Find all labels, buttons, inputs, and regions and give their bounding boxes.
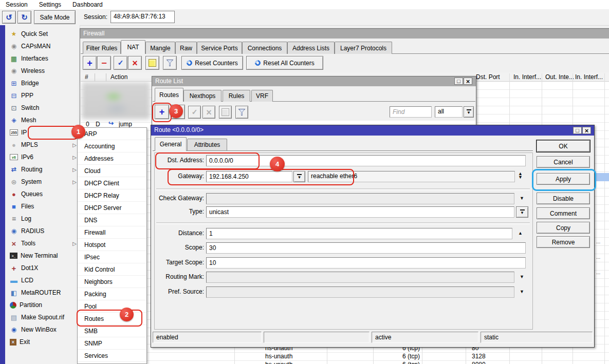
close-button[interactable] [464,78,472,85]
tab-connections[interactable]: Connections [242,42,287,54]
rule-row-chain[interactable]: hs-unauth [265,353,292,360]
sidebar-item-metarouter[interactable]: MetaROUTER [5,286,80,299]
sidebar-item-make-supout[interactable]: Make Supout.rif [5,311,80,323]
submenu-item-dhcp-server[interactable]: DHCP Server [78,202,146,214]
apply-button[interactable]: Apply [537,173,590,185]
submenu-item-arp[interactable]: ARP [78,128,146,140]
sidebar-item-lcd[interactable]: LCD [5,274,80,286]
gateway-input[interactable] [206,171,292,182]
sidebar-item-switch[interactable]: Switch [5,102,80,114]
tab-filter-rules[interactable]: Filter Rules [83,42,121,54]
add-route-button[interactable] [155,105,169,119]
enable-rule-button[interactable] [114,56,127,70]
submenu-item-routes[interactable]: Routes [78,313,146,325]
submenu-item-firewall[interactable]: Firewall [78,226,146,239]
submenu-item-hotspot[interactable]: Hotspot [78,239,146,251]
rule-row-action[interactable]: jump [119,121,132,128]
sidebar-item-quick-set[interactable]: Quick Set [5,28,80,40]
sidebar-item-new-terminal[interactable]: New Terminal [5,250,80,262]
comment-button[interactable]: Comment [537,207,590,219]
submenu-item-dhcp-relay[interactable]: DHCP Relay [78,189,146,202]
sidebar-item-partition[interactable]: Partition [5,299,80,311]
tab-nexthops[interactable]: Nexthops [183,90,222,102]
route-list-titlebar[interactable]: Route List [152,76,476,86]
check-gateway-select[interactable] [206,193,514,204]
submenu-item-addresses[interactable]: Addresses [78,152,146,165]
submenu-item-kid-control[interactable]: Kid Control [78,263,146,276]
rule-row-num[interactable]: 0 [86,121,89,128]
dst-address-input[interactable] [206,155,526,166]
column-header-action[interactable]: Action [110,73,127,81]
column-header-in-interface[interactable]: In. Interf... [513,73,541,81]
tab-address-lists[interactable]: Address Lists [287,42,335,54]
submenu-item-services[interactable]: Services [78,350,146,362]
maximize-button[interactable] [573,127,582,134]
tab-rules[interactable]: Rules [223,90,250,102]
rule-row-protocol[interactable]: 6 (tcp) [402,361,420,364]
sidebar-item-ppp[interactable]: PPP [5,89,80,102]
rule-row-dst-port[interactable]: 3128 [472,353,486,360]
pref-source-select[interactable] [206,286,514,298]
type-input[interactable] [206,206,514,218]
menu-settings[interactable]: Settings [33,0,67,9]
sidebar-item-mpls[interactable]: MPLS [5,139,80,151]
gateway-spinner[interactable]: ▲▼ [518,172,523,179]
sidebar-item-interfaces[interactable]: Interfaces [5,52,80,65]
sidebar-item-ipv6[interactable]: IPv6 [5,151,80,163]
sidebar-item-capsman[interactable]: CAPsMAN [5,40,80,52]
tab-routes[interactable]: Routes [155,88,183,102]
redo-button[interactable]: ↻ [17,11,31,24]
remove-rule-button[interactable] [97,56,111,70]
sidebar-item-log[interactable]: Log [5,213,80,225]
menu-session[interactable]: Session [0,0,33,9]
sidebar-item-routing[interactable]: Routing [5,163,80,176]
submenu-item-dhcp-client[interactable]: DHCP Client [78,177,146,189]
sidebar-item-dot1x[interactable]: Dot1X [5,262,80,274]
disable-route-button[interactable] [202,106,215,119]
reset-counters-button[interactable]: Reset Counters [181,56,243,70]
rule-row-protocol[interactable]: 6 (tcp) [402,353,420,360]
rule-row-flags[interactable]: D [96,121,100,128]
column-header-in-interface-2[interactable]: In. Interf... [575,73,603,81]
tab-vrf[interactable]: VRF [251,90,273,102]
rule-row-dst-port[interactable]: 8080 [472,361,486,364]
sidebar-item-bridge[interactable]: Bridge [5,77,80,89]
maximize-button[interactable] [454,78,463,85]
submenu-item-cloud[interactable]: Cloud [78,165,146,177]
filter-scope-dropdown-button[interactable] [464,106,474,118]
firewall-titlebar[interactable]: Firewall [80,29,609,39]
sidebar-item-system[interactable]: System [5,176,80,188]
submenu-item-pool[interactable]: Pool [78,300,146,313]
scope-input[interactable] [206,242,526,254]
distance-up-icon[interactable]: ▲ [518,231,523,236]
comment-route-button[interactable] [219,106,232,119]
sidebar-item-tools[interactable]: Tools [5,237,80,250]
column-header-num[interactable]: # [85,73,88,81]
dropdown-arrow-icon[interactable]: ▼ [520,290,524,294]
tab-mangle[interactable]: Mangle [145,42,175,54]
sidebar-item-new-winbox[interactable]: New WinBox [5,323,80,336]
tab-general[interactable]: General [155,137,187,151]
sidebar-item-wireless[interactable]: Wireless [5,65,80,77]
reset-all-counters-button[interactable]: Reset All Counters [246,56,323,70]
comment-rule-button[interactable] [145,56,159,70]
column-header-out-interface[interactable]: Out. Inte... [545,73,574,81]
sidebar-item-queues[interactable]: Queues [5,188,80,200]
cancel-button[interactable]: Cancel [537,156,590,168]
rule-row-chain[interactable]: hs-unauth [265,361,292,364]
routing-mark-select[interactable] [206,272,514,283]
column-header-dst-port[interactable]: Dst. Port [476,73,500,81]
sidebar-item-mesh[interactable]: Mesh [5,114,80,126]
submenu-item-dns[interactable]: DNS [78,214,146,226]
submenu-item-snmp[interactable]: SNMP [78,337,146,350]
submenu-item-packing[interactable]: Packing [78,288,146,300]
menu-dashboard[interactable]: Dashboard [67,0,108,9]
filter-scope-select[interactable]: all [435,106,463,118]
target-scope-input[interactable] [206,257,526,269]
sidebar-item-radius[interactable]: RADIUS [5,225,80,237]
add-rule-button[interactable] [83,56,97,70]
session-address-field[interactable]: 48:A9:8A:B7:76:13 [110,11,175,23]
tab-layer7-protocols[interactable]: Layer7 Protocols [335,42,392,54]
dropdown-arrow-icon[interactable]: ▼ [520,275,524,279]
copy-button[interactable]: Copy [537,222,590,234]
